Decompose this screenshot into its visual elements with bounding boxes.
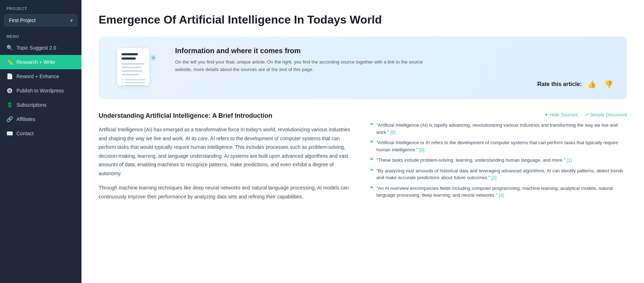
article-paragraph: Artificial Intelligence (AI) has emerged… — [99, 125, 356, 178]
source-ref[interactable]: [1] — [566, 157, 571, 163]
sidebar-item-subscriptions[interactable]: 💲 Subscriptions — [0, 98, 81, 112]
source-text: "By analyzing vast amounts of historical… — [376, 167, 627, 181]
wp-icon: 🅦 — [6, 87, 13, 94]
nav-menu: 🔍 Topic Suggest 2.0 ✏️ Research + Write … — [0, 41, 81, 141]
menu-label: Menu — [0, 29, 81, 41]
document-icon: 📄 — [6, 73, 13, 80]
article-right: ✦ Hide Sources ↗ Simple Document ❝ "Arti… — [370, 112, 627, 202]
info-box: ✳ Information and where it comes from On… — [99, 36, 627, 99]
quote-icon: ❝ — [370, 122, 373, 128]
project-label: Project — [0, 0, 81, 13]
dollar-icon: 💲 — [6, 102, 13, 108]
simple-document-icon: ↗ — [585, 112, 589, 117]
mail-icon: ✉️ — [6, 130, 13, 137]
section-heading: Understanding Artificial Intelligence: A… — [99, 112, 356, 120]
project-dropdown[interactable]: First Project — [4, 14, 77, 26]
hide-sources-icon: ✦ — [544, 112, 548, 117]
rate-label: Rate this article: — [538, 81, 582, 87]
nav-item-label: Research + Write — [16, 59, 55, 65]
source-text: "These tasks include problem-solving, le… — [376, 157, 572, 164]
thumbs-down-button[interactable]: 👎 — [602, 79, 615, 89]
article-paragraph: Through machine learning techniques like… — [99, 183, 356, 201]
pen-icon: ✏️ — [6, 59, 13, 65]
page-title: Emergence Of Artificial Intelligence In … — [99, 13, 627, 26]
sources-list: ❝ "Artificial Intelligence (AI) is rapid… — [370, 122, 627, 199]
sidebar: Project First Project Menu 🔍 Topic Sugge… — [0, 0, 81, 283]
source-text: "Artificial Intelligence (AI) is rapidly… — [376, 122, 627, 136]
nav-item-label: Reword + Enhance — [16, 74, 59, 79]
source-ref[interactable]: [2] — [491, 175, 496, 180]
paragraphs: Artificial Intelligence (AI) has emerged… — [99, 125, 356, 201]
source-item: ❝ "Artificial Intelligence (AI) is rapid… — [370, 122, 627, 136]
nav-item-label: Subscriptions — [16, 102, 46, 108]
source-ref[interactable]: [0] — [419, 147, 424, 152]
quote-icon: ❝ — [370, 168, 373, 174]
rate-row: Rate this article: 👍 👎 — [175, 79, 615, 89]
source-ref[interactable]: [0] — [390, 130, 395, 135]
source-item: ❝ "These tasks include problem-solving, … — [370, 157, 627, 164]
source-item: ❝ "An AI overview encompasses fields inc… — [370, 185, 627, 199]
hide-sources-link[interactable]: ✦ Hide Sources — [544, 112, 578, 117]
article-left: Understanding Artificial Intelligence: A… — [99, 112, 356, 207]
sparkle-icon: ✳ — [150, 54, 157, 63]
project-selector[interactable]: First Project — [4, 14, 77, 26]
info-text: On the left you find your final, unique … — [175, 59, 425, 74]
link-icon: 🔗 — [6, 116, 13, 122]
quote-icon: ❝ — [370, 185, 373, 192]
source-text: "Artificial Intelligence or AI refers to… — [376, 139, 627, 153]
search-icon: 🔍 — [6, 45, 13, 51]
nav-item-label: Publish to Wordpress — [16, 88, 64, 94]
quote-icon: ❝ — [370, 140, 373, 146]
thumbs-up-button[interactable]: 👍 — [585, 79, 599, 89]
sidebar-item-contact[interactable]: ✉️ Contact — [0, 126, 81, 141]
source-item: ❝ "Artificial Intelligence or AI refers … — [370, 139, 627, 153]
main-content: Emergence Of Artificial Intelligence In … — [81, 0, 644, 283]
info-title: Information and where it comes from — [175, 47, 615, 55]
actions-row: ✦ Hide Sources ↗ Simple Document — [370, 112, 627, 117]
nav-item-label: Affiliates — [16, 116, 35, 122]
sidebar-item-research-write[interactable]: ✏️ Research + Write — [0, 55, 81, 69]
quote-icon: ❝ — [370, 157, 373, 163]
sidebar-item-topic-suggest[interactable]: 🔍 Topic Suggest 2.0 — [0, 41, 81, 55]
sidebar-item-reword-enhance[interactable]: 📄 Reword + Enhance — [0, 69, 81, 84]
nav-item-label: Topic Suggest 2.0 — [16, 45, 56, 51]
article-area: Understanding Artificial Intelligence: A… — [99, 112, 627, 207]
info-illustration: ✳ — [110, 46, 164, 89]
sidebar-item-affiliates[interactable]: 🔗 Affiliates — [0, 112, 81, 126]
source-text: "An AI overview encompasses fields inclu… — [376, 185, 627, 199]
nav-item-label: Contact — [16, 131, 34, 136]
source-ref[interactable]: [3] — [499, 192, 504, 198]
source-item: ❝ "By analyzing vast amounts of historic… — [370, 167, 627, 181]
info-content: Information and where it comes from On t… — [175, 47, 615, 89]
simple-document-link[interactable]: ↗ Simple Document — [585, 112, 627, 117]
sidebar-item-publish-wordpress[interactable]: 🅦 Publish to Wordpress — [0, 84, 81, 98]
